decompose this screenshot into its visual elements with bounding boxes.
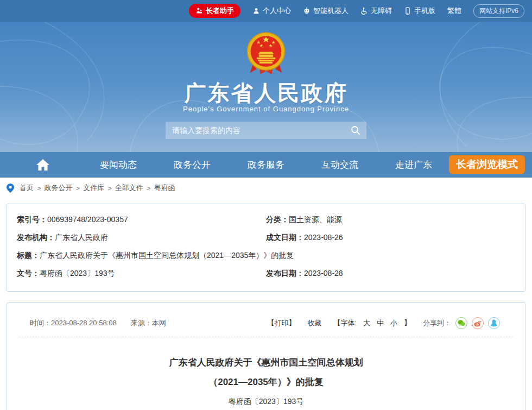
info-doc-number-label: 文号： (17, 269, 40, 277)
breadcrumb-gov-open[interactable]: 政务公开 (45, 183, 73, 193)
article-meta-right: 【打印】 收藏 【字体: 大 中 小 】 分享到： (267, 317, 500, 329)
elder-helper-label: 长者助手 (206, 6, 234, 16)
share-group: 分享到： (423, 317, 500, 329)
elder-mode-button[interactable]: 长者浏览模式 (449, 155, 525, 174)
traditional-chinese-label: 繁體 (447, 6, 461, 16)
article-source-label: 来源： (131, 319, 152, 327)
font-size-medium-button[interactable]: 中 (377, 318, 384, 328)
ipv6-label: 网站支持IPv6 (479, 7, 518, 15)
weibo-icon (474, 320, 482, 327)
font-size-controls: 【字体: 大 中 小 】 (333, 318, 411, 328)
info-index-label: 索引号： (17, 216, 47, 224)
meta-divider (19, 337, 513, 337)
print-button[interactable]: 【打印】 (267, 318, 295, 328)
mobile-version-link[interactable]: 手机版 (404, 6, 435, 16)
breadcrumb-separator: > (107, 184, 112, 192)
article-time-value: 2023-08-28 20:58:08 (51, 319, 117, 327)
info-row: 索引号： 006939748/2023-00357 分类： 国土资源、能源 (17, 216, 515, 224)
breadcrumb-separator: > (37, 184, 41, 192)
nav-items: 要闻动态 政务公开 政务服务 互动交流 走进广东 (81, 152, 451, 178)
info-pub-date: 发布日期： 2023-08-28 (266, 269, 515, 277)
elder-helper-button[interactable]: 长者助手 (189, 4, 240, 18)
font-size-prefix: 【字体: (333, 318, 357, 328)
article-title-line1: 广东省人民政府关于《惠州市国土空间总体规划 (7, 358, 525, 367)
breadcrumb: 首页 > 政务公开 > 文件库 > 全部文件 > 粤府函 (7, 183, 175, 193)
share-label: 分享到： (423, 318, 451, 328)
site-title: 广东省人民政府 (0, 78, 532, 108)
main-nav: 要闻动态 政务公开 政务服务 互动交流 走进广东 长者浏览模式 (0, 152, 532, 178)
share-weibo-button[interactable] (472, 317, 484, 329)
smart-robot-link[interactable]: 智能机器人 (303, 6, 349, 16)
nav-item-about-guangdong[interactable]: 走进广东 (377, 152, 451, 178)
location-pin-icon (7, 184, 14, 193)
home-icon[interactable] (36, 159, 50, 171)
personal-center-label: 个人中心 (263, 6, 291, 16)
info-written-date-label: 成文日期： (266, 234, 304, 242)
font-size-small-button[interactable]: 小 (390, 318, 397, 328)
breadcrumb-all-files[interactable]: 全部文件 (115, 183, 143, 193)
accessibility-link[interactable]: 无障碍 (360, 6, 392, 16)
font-size-suffix: 】 (404, 318, 411, 328)
info-category: 分类： 国土资源、能源 (266, 216, 515, 224)
article-box: 时间：2023-08-28 20:58:08 来源：本网 【打印】 收藏 【字体… (7, 302, 525, 410)
info-title-label: 标题： (17, 251, 40, 260)
article-time-label: 时间： (30, 319, 51, 327)
info-doc-number-value: 粤府函〔2023〕193号 (40, 269, 115, 277)
elder-helper-icon (195, 7, 203, 15)
breadcrumb-home[interactable]: 首页 (20, 183, 34, 193)
site-header: 广东省人民政府 People's Government of Guangdong… (0, 22, 532, 152)
info-pub-date-label: 发布日期： (266, 269, 304, 277)
breadcrumb-separator: > (147, 184, 151, 192)
article-title: 广东省人民政府关于《惠州市国土空间总体规划 （2021—2035年）》的批复 (7, 358, 525, 387)
info-issuer-label: 发布机构： (17, 234, 55, 242)
article-doc-number: 粤府函〔2023〕193号 (7, 397, 525, 407)
info-row: 标题： 广东省人民政府关于《惠州市国土空间总体规划（2021—2035年）》的批… (17, 251, 515, 260)
traditional-chinese-link[interactable]: 繁體 (447, 6, 461, 16)
info-index-number: 索引号： 006939748/2023-00357 (17, 216, 266, 224)
info-written-date: 成文日期： 2023-08-26 (266, 234, 515, 242)
font-size-large-button[interactable]: 大 (363, 318, 370, 328)
info-issuer-value: 广东省人民政府 (55, 234, 108, 242)
info-issuer: 发布机构： 广东省人民政府 (17, 234, 266, 242)
info-doc-number: 文号： 粤府函〔2023〕193号 (17, 269, 266, 277)
personal-center-link[interactable]: 个人中心 (252, 6, 291, 16)
smart-robot-label: 智能机器人 (313, 6, 349, 16)
nav-item-gov-open[interactable]: 政务公开 (155, 152, 229, 178)
robot-icon (303, 7, 311, 15)
info-category-value: 国土资源、能源 (289, 216, 342, 224)
search-bar (166, 122, 366, 139)
info-index-value: 006939748/2023-00357 (47, 216, 128, 224)
breadcrumb-separator: > (76, 184, 80, 192)
nav-item-news[interactable]: 要闻动态 (81, 152, 155, 178)
info-pub-date-value: 2023-08-28 (304, 269, 343, 277)
article-time: 时间：2023-08-28 20:58:08 (30, 318, 117, 328)
wechat-icon (458, 320, 465, 326)
info-category-label: 分类： (266, 216, 289, 224)
qq-icon (491, 319, 497, 327)
info-title-value: 广东省人民政府关于《惠州市国土空间总体规划（2021—2035年）》的批复 (40, 251, 294, 260)
breadcrumb-yuefuhan[interactable]: 粤府函 (154, 183, 175, 193)
share-qq-button[interactable] (488, 317, 500, 329)
national-emblem (243, 29, 289, 77)
accessibility-label: 无障碍 (371, 6, 392, 16)
nav-item-gov-service[interactable]: 政务服务 (229, 152, 303, 178)
nav-item-interaction[interactable]: 互动交流 (303, 152, 377, 178)
info-row: 文号： 粤府函〔2023〕193号 发布日期： 2023-08-28 (17, 269, 515, 277)
share-wechat-button[interactable] (455, 317, 467, 329)
breadcrumb-file-library[interactable]: 文件库 (83, 183, 104, 193)
search-input[interactable] (172, 126, 350, 135)
phone-icon (404, 7, 411, 15)
favorite-button[interactable]: 收藏 (307, 318, 321, 328)
info-title: 标题： 广东省人民政府关于《惠州市国土空间总体规划（2021—2035年）》的批… (17, 251, 515, 260)
top-utility-bar: 长者助手 个人中心 智能机器人 无障碍 手机版 繁體 网站支持IPv6 (0, 0, 532, 22)
article-title-line2: （2021—2035年）》的批复 (7, 377, 525, 387)
article-meta-row: 时间：2023-08-28 20:58:08 来源：本网 【打印】 收藏 【字体… (7, 303, 525, 337)
article-source: 来源：本网 (131, 318, 166, 328)
mobile-version-label: 手机版 (414, 6, 435, 16)
wheelchair-icon (360, 7, 368, 15)
ipv6-badge: 网站支持IPv6 (473, 4, 524, 18)
search-icon[interactable] (350, 125, 361, 136)
info-row: 发布机构： 广东省人民政府 成文日期： 2023-08-26 (17, 234, 515, 242)
document-info-box: 索引号： 006939748/2023-00357 分类： 国土资源、能源 发布… (7, 204, 525, 292)
info-written-date-value: 2023-08-26 (304, 234, 343, 242)
